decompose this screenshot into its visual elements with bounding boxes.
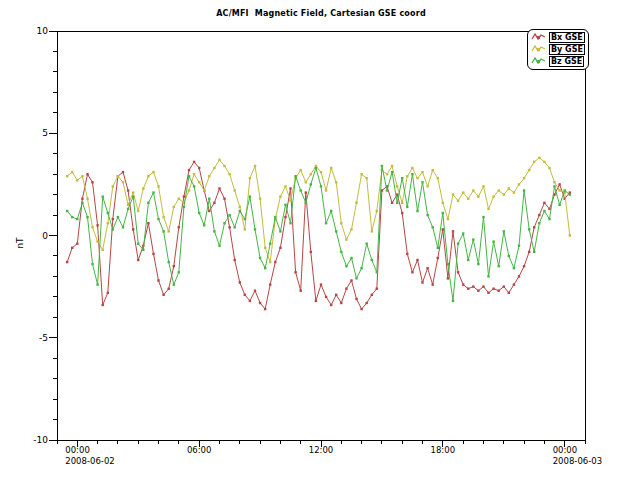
legend-label-bz: Bz GSE bbox=[549, 56, 584, 67]
legend[interactable]: Bx GSE By GSE Bz GSE bbox=[527, 29, 589, 70]
chart-plot-area[interactable]: 1050-5-10 00:002008-06-0206:0012:0018:00… bbox=[0, 0, 640, 480]
x-tick-date-label: 2008-06-03 bbox=[553, 456, 602, 466]
series-markers-bz bbox=[66, 165, 571, 302]
plot-frame bbox=[57, 31, 585, 440]
y-tick-label: 5 bbox=[42, 128, 48, 138]
data-series bbox=[66, 157, 571, 311]
by-series-line-icon bbox=[531, 44, 547, 54]
x-tick-label: 18:00 bbox=[431, 445, 456, 455]
axis-ticks bbox=[49, 31, 585, 447]
y-axis-unit-label: nT bbox=[15, 237, 25, 248]
series-line-bz bbox=[67, 166, 570, 301]
x-axis-tick-labels: 00:002008-06-0206:0012:0018:0000:002008-… bbox=[65, 445, 602, 466]
x-tick-label: 00:00 bbox=[553, 445, 578, 455]
legend-item-bx[interactable]: Bx GSE bbox=[531, 31, 585, 43]
plot-window: AC/MFI Magnetic Field, Cartesian GSE coo… bbox=[0, 0, 640, 480]
legend-item-bz[interactable]: Bz GSE bbox=[531, 55, 585, 67]
x-tick-date-label: 2008-06-02 bbox=[65, 456, 114, 466]
legend-label-by: By GSE bbox=[549, 44, 585, 55]
series-line-bx bbox=[67, 162, 570, 309]
series-markers-bx bbox=[66, 161, 571, 311]
x-tick-label: 00:00 bbox=[65, 445, 90, 455]
y-tick-label: 10 bbox=[37, 26, 49, 36]
x-tick-label: 12:00 bbox=[309, 445, 334, 455]
legend-item-by[interactable]: By GSE bbox=[531, 43, 585, 55]
bx-series-line-icon bbox=[531, 32, 547, 42]
y-axis-tick-labels: 1050-5-10 bbox=[33, 26, 48, 445]
y-tick-label: 0 bbox=[42, 231, 48, 241]
y-tick-label: -10 bbox=[33, 435, 48, 445]
y-tick-label: -5 bbox=[39, 333, 48, 343]
legend-label-bx: Bx GSE bbox=[549, 32, 585, 43]
bz-series-line-icon bbox=[531, 56, 547, 66]
x-tick-label: 06:00 bbox=[187, 445, 212, 455]
